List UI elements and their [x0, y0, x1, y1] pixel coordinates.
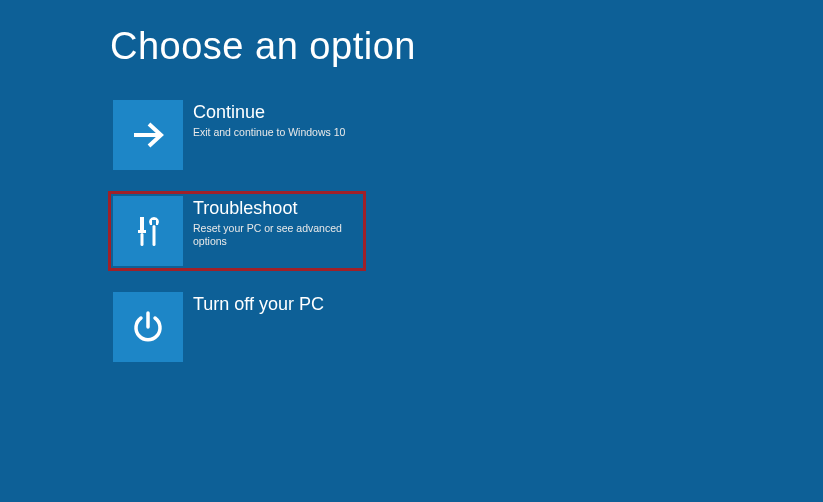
troubleshoot-option[interactable]: Troubleshoot Reset your PC or see advanc…: [108, 191, 366, 271]
turnoff-tile: [113, 292, 183, 362]
troubleshoot-tile: [113, 196, 183, 266]
page-title: Choose an option: [110, 25, 416, 68]
options-list: Continue Exit and continue to Windows 10: [108, 95, 366, 383]
svg-rect-4: [153, 225, 156, 246]
continue-option[interactable]: Continue Exit and continue to Windows 10: [108, 95, 366, 175]
continue-text: Continue Exit and continue to Windows 10: [193, 100, 345, 139]
power-icon: [128, 307, 168, 347]
turnoff-option[interactable]: Turn off your PC: [108, 287, 366, 367]
troubleshoot-title: Troubleshoot: [193, 198, 361, 220]
continue-tile: [113, 100, 183, 170]
continue-title: Continue: [193, 102, 345, 124]
tools-icon: [128, 211, 168, 251]
svg-rect-2: [138, 230, 146, 233]
turnoff-title: Turn off your PC: [193, 294, 324, 316]
turnoff-text: Turn off your PC: [193, 292, 324, 318]
arrow-right-icon: [128, 115, 168, 155]
svg-rect-1: [140, 217, 144, 230]
troubleshoot-text: Troubleshoot Reset your PC or see advanc…: [193, 196, 361, 249]
troubleshoot-desc: Reset your PC or see advanced options: [193, 222, 361, 249]
svg-rect-3: [141, 233, 144, 246]
continue-desc: Exit and continue to Windows 10: [193, 126, 345, 140]
